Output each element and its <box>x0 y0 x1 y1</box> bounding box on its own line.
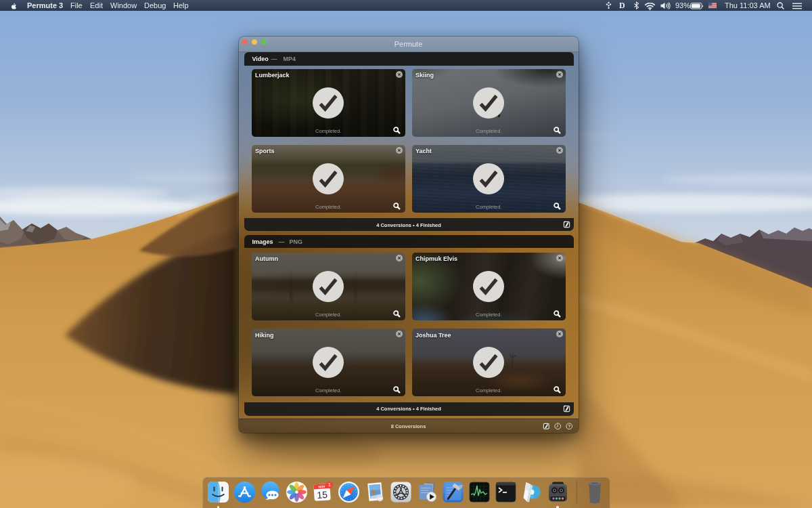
svg-text:15: 15 <box>317 488 328 500</box>
svg-text:NOV: NOV <box>319 484 325 488</box>
svg-text:?: ? <box>568 423 570 428</box>
svg-text:1: 1 <box>328 482 331 487</box>
